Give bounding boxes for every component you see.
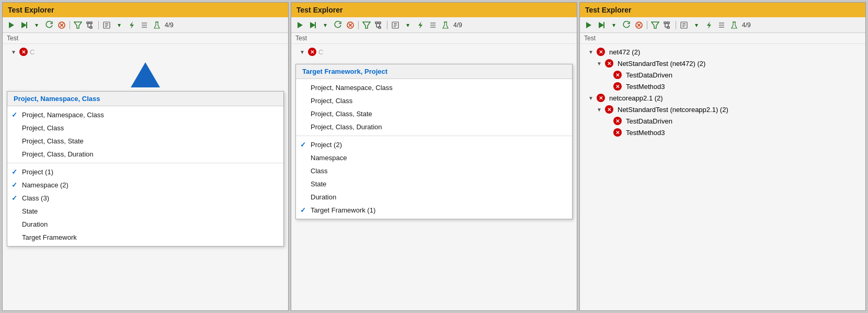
p3-toolbar-sep-1 [647,21,647,29]
panel-2-section-2: Project (2) Namespace Class State Durati… [296,136,572,219]
p2-run-dropdown[interactable]: ▾ [319,19,331,31]
tree-item-testdatadriven-2[interactable]: ▶ ✕ TestDataDriven [580,115,865,127]
p2-test-count: 4/9 [453,21,462,29]
dropdown-item-class1[interactable]: Class (3) [7,192,283,205]
error-icon-netcore: ✕ [597,94,605,102]
dropdown-item-pcd[interactable]: Project, Class, Duration [7,148,283,161]
panel-2: Test Explorer ▾ ▾ [291,2,577,311]
p2-playlist-button[interactable] [390,19,401,31]
error-icon-net472: ✕ [597,48,605,56]
tree-item-testmethod3-1[interactable]: ▶ ✕ TestMethod3 [580,81,865,92]
p3-test-count: 4/9 [742,21,751,29]
playlist-dropdown[interactable]: ▾ [113,19,125,31]
run-dropdown[interactable]: ▾ [31,19,42,31]
p3-run-button[interactable] [596,19,607,31]
svg-marker-1 [21,22,27,28]
panel-1-dropdown-header[interactable]: Project, Namespace, Class [7,92,283,106]
p2-refresh-button[interactable] [332,19,344,31]
tree-item-testdatadriven-1[interactable]: ▶ ✕ TestDataDriven [580,69,865,81]
panel-2-dropdown-header[interactable]: Target Framework, Project [296,64,572,79]
run-button[interactable] [18,19,30,31]
p2-group-button[interactable] [427,19,439,31]
p2-error-icon-bg: ✕ [308,48,316,56]
panel-1: Test Explorer ▾ ▾ [2,2,289,311]
dropdown-item-state1[interactable]: State [7,205,283,218]
panel-1-section-1: Project, Namespace, Class Project, Class… [7,106,283,163]
dropdown-item-pnc[interactable]: Project, Namespace, Class [7,108,283,121]
panel-1-toolbar: ▾ ▾ 4/9 [3,17,288,33]
p2-dropdown-state[interactable]: State [296,177,572,191]
p3-cancel-button[interactable] [633,19,645,31]
svg-marker-50 [652,22,659,28]
refresh-button[interactable] [43,19,55,31]
group-button[interactable] [139,19,150,31]
p2-hierarchy-button[interactable] [373,19,385,31]
playlist-button[interactable] [101,19,112,31]
panel-1-section-2: Project (1) Namespace (2) Class (3) Stat… [7,163,283,246]
tree-item-netstdtest-net472[interactable]: ▼ ✕ NetStandardTest (net472) (2) [580,58,865,69]
p3-run-all-button[interactable] [583,19,595,31]
p2-run-button[interactable] [307,19,318,31]
p2-dropdown-pcs[interactable]: Project, Class, State [296,107,572,120]
tree-item-net472[interactable]: ▼ ✕ net472 (2) [580,46,865,58]
p3-playlist-button[interactable] [678,19,690,31]
p3-run-dropdown[interactable]: ▾ [608,19,620,31]
p2-live-button[interactable] [415,19,426,31]
p2-dropdown-duration[interactable]: Duration [296,191,572,204]
p2-dropdown-namespace[interactable]: Namespace [296,151,572,164]
p2-dropdown-targetfw[interactable]: Target Framework (1) [296,204,572,217]
tree-label-netstdtest-net472: NetStandardTest (net472) (2) [618,60,705,68]
p3-flask-button[interactable] [728,19,740,31]
filter-button[interactable] [72,19,84,31]
arrow-up-indicator [131,62,160,87]
svg-marker-39 [418,21,422,29]
svg-marker-0 [9,22,14,28]
tree-label-netcore: netcoreapp2.1 (2) [609,94,663,102]
dropdown-item-project1[interactable]: Project (1) [7,165,283,178]
panel-3-tree: ▼ ✕ net472 (2) ▼ ✕ NetStandardTest (net4… [580,44,865,310]
p3-hierarchy-button[interactable] [662,19,673,31]
svg-rect-8 [90,22,92,24]
flask-button[interactable] [151,19,163,31]
p3-toolbar-sep-2 [676,21,676,29]
panel-3-toolbar: ▾ ▾ 4/9 [580,17,865,33]
p2-cancel-button[interactable] [345,19,356,31]
p3-group-button[interactable] [716,19,727,31]
p2-filter-button[interactable] [361,19,372,31]
panel-3-col-label: Test [580,33,865,44]
panel-1-content: Test ▼ ✕ C Project, Namespace, Class Pro… [3,33,288,310]
p2-dropdown-class[interactable]: Class [296,164,572,177]
dropdown-item-pc[interactable]: Project, Class [7,121,283,135]
p2-dropdown-pc[interactable]: Project, Class [296,94,572,107]
error-icon-testmethod3-1: ✕ [613,82,622,91]
tree-item-netcore[interactable]: ▼ ✕ netcoreapp2.1 (2) [580,92,865,104]
error-icon-netstdtest-net472: ✕ [605,59,613,68]
p3-live-button[interactable] [703,19,715,31]
live-button[interactable] [126,19,138,31]
dropdown-item-duration1[interactable]: Duration [7,218,283,231]
run-all-button[interactable] [6,19,17,31]
tree-item-testmethod3-2[interactable]: ▶ ✕ TestMethod3 [580,127,865,138]
p2-dropdown-project[interactable]: Project (2) [296,138,572,151]
toolbar-sep-1 [70,21,70,29]
p3-playlist-dropdown[interactable]: ▾ [691,19,702,31]
tree-label-testdatadriven-2: TestDataDriven [626,117,672,125]
svg-rect-30 [379,22,381,24]
p2-playlist-dropdown[interactable]: ▾ [402,19,414,31]
dropdown-item-namespace1[interactable]: Namespace (2) [7,178,283,192]
p2-dropdown-pnc[interactable]: Project, Namespace, Class [296,81,572,94]
tree-item-netstdtest-netcore[interactable]: ▼ ✕ NetStandardTest (netcoreapp2.1) (2) [580,104,865,115]
cancel-button[interactable] [56,19,67,31]
p2-dropdown-pcd[interactable]: Project, Class, Duration [296,120,572,133]
p3-refresh-button[interactable] [621,19,632,31]
dropdown-item-targetfw1[interactable]: Target Framework [7,231,283,244]
p2-run-all-button[interactable] [294,19,306,31]
p3-filter-button[interactable] [649,19,661,31]
p2-flask-button[interactable] [440,19,451,31]
hierarchy-button[interactable] [85,19,96,31]
svg-rect-31 [379,27,381,28]
error-icon-netstdtest-netcore: ✕ [605,105,613,114]
error-icon-bg1: ✕ [19,48,28,56]
dropdown-item-pcs[interactable]: Project, Class, State [7,135,283,148]
error-icon-testdatadriven-1: ✕ [613,71,622,79]
